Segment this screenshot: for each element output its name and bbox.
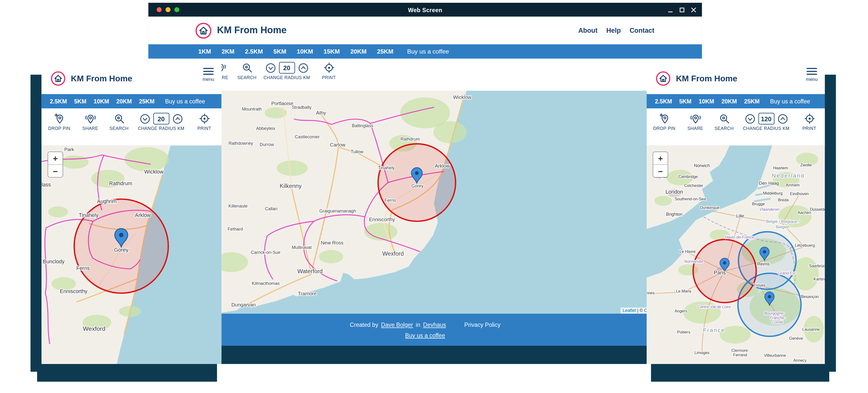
radius-input[interactable] [153, 113, 169, 125]
svg-text:Ferrand: Ferrand [733, 353, 747, 357]
distance-link[interactable]: 2KM [222, 48, 235, 55]
zoom-in-button[interactable]: + [48, 152, 63, 165]
map-left-svg: ParkWicklowRathdrumBaltinglassAughrimTin… [41, 145, 221, 364]
share-button[interactable]: SHARE [683, 113, 708, 131]
distance-link[interactable]: 25KM [377, 48, 393, 55]
share-button[interactable]: SHARE [78, 113, 102, 131]
distance-link[interactable]: 10KM [699, 98, 714, 105]
close-icon[interactable] [691, 7, 696, 12]
minimize-icon[interactable] [668, 7, 673, 12]
svg-text:Paris: Paris [714, 270, 725, 275]
distance-link[interactable]: 5KM [274, 48, 286, 55]
distance-link[interactable]: 1KM [198, 48, 211, 55]
radius-input[interactable] [758, 113, 774, 125]
nav-help[interactable]: Help [607, 27, 621, 34]
distance-link[interactable]: 10KM [94, 98, 109, 105]
menu-button[interactable]: menu [203, 67, 214, 82]
svg-text:Zwolle: Zwolle [800, 163, 812, 167]
distance-link[interactable]: 25KM [744, 98, 760, 105]
svg-text:Enniscorthy: Enniscorthy [369, 217, 395, 222]
svg-text:Troyes: Troyes [754, 283, 766, 287]
print-icon [198, 113, 210, 125]
radius-decrease-icon[interactable] [744, 113, 755, 124]
hamburger-icon [203, 67, 213, 75]
svg-text:Rathdrum: Rathdrum [401, 137, 420, 141]
distance-link[interactable]: 5KM [74, 98, 86, 105]
svg-text:Franche-: Franche- [770, 316, 785, 320]
distance-link[interactable]: 20KM [116, 98, 132, 105]
distance-link[interactable]: 10KM [297, 48, 313, 55]
distance-link[interactable]: 20KM [350, 48, 367, 55]
map-toolbar: DROP PIN SHARE SEARCH CHANGE RADIUS KM [148, 59, 702, 91]
buy-coffee-link[interactable]: Buy us a coffee [165, 98, 205, 105]
zoom-out-button[interactable]: − [48, 165, 63, 177]
home-logo-icon[interactable] [655, 70, 671, 86]
print-button[interactable]: PRINT [317, 62, 341, 80]
buy-coffee-link[interactable]: Buy us a coffee [770, 98, 810, 105]
maximize-traffic-light[interactable] [175, 7, 179, 12]
map-canvas-right[interactable]: boroughNorwichCambridgeKeynesColchesterL… [647, 145, 825, 364]
brand-title: KM From Home [71, 74, 132, 83]
buy-coffee-link[interactable]: Buy us a coffee [407, 48, 449, 55]
radius-decrease-icon[interactable] [139, 113, 150, 124]
search-button[interactable]: SEARCH [711, 113, 737, 131]
zoom-out-button[interactable]: − [653, 165, 668, 177]
footer-coffee-link[interactable]: Buy us a coffee [405, 331, 445, 338]
print-button[interactable]: PRINT [192, 113, 216, 131]
distance-link[interactable]: 20KM [721, 98, 737, 105]
print-button[interactable]: PRINT [797, 113, 822, 131]
print-icon [323, 62, 335, 74]
svg-text:Athy: Athy [316, 110, 326, 116]
zoom-control: + − [48, 152, 63, 177]
distance-link[interactable]: 2.5KM [245, 48, 263, 55]
svg-text:Castlecomer: Castlecomer [295, 134, 320, 139]
distance-link[interactable]: 15KM [323, 48, 340, 55]
drop-pin-icon [658, 113, 670, 125]
privacy-policy-link[interactable]: Privacy Policy [464, 321, 500, 328]
map-canvas-main[interactable]: PortlaoiseMountrathStradballyAthyAbbeyle… [148, 91, 702, 314]
radius-increase-icon[interactable] [777, 113, 788, 124]
studio-link[interactable]: Devhaus [423, 321, 446, 328]
app-header: KM From Home menu [41, 63, 221, 94]
svg-text:Haarlem: Haarlem [773, 166, 788, 170]
author-link[interactable]: Dave Bolger [381, 321, 413, 328]
svg-text:Durrow: Durrow [260, 142, 274, 147]
mobile-window-right: KM From Home menu 2.5KM 5KM 10KM 20KM 25… [647, 63, 825, 360]
distance-link[interactable]: 2.5KM [655, 98, 672, 105]
drop-pin-button[interactable]: DROP PIN [46, 113, 72, 131]
svg-text:Rennes: Rennes [647, 291, 655, 295]
drop-pin-button[interactable]: DROP PIN [651, 113, 678, 131]
distance-link[interactable]: 25KM [139, 98, 155, 105]
map-canvas-left[interactable]: ParkWicklowRathdrumBaltinglassAughrimTin… [41, 145, 221, 364]
distance-link[interactable]: 2.5KM [50, 98, 67, 105]
radius-increase-icon[interactable] [298, 62, 309, 73]
search-button[interactable]: SEARCH [106, 113, 132, 131]
menu-button[interactable]: menu [806, 67, 818, 82]
svg-text:Normandie: Normandie [684, 259, 703, 264]
radius-input[interactable] [279, 62, 295, 74]
footer: Created by Dave Bolger in Devhaus Privac… [148, 314, 702, 346]
search-icon [241, 62, 253, 74]
svg-text:Reims: Reims [757, 262, 770, 266]
minimize-traffic-light[interactable] [165, 7, 170, 12]
svg-text:Wicklow: Wicklow [144, 169, 163, 175]
radius-decrease-icon[interactable] [265, 62, 276, 73]
window-title: Web Screen [408, 6, 442, 13]
change-radius-control: CHANGE RADIUS KM [740, 113, 793, 131]
nav-contact[interactable]: Contact [629, 27, 654, 34]
leaflet-link[interactable]: Leaflet [623, 308, 636, 313]
radius-increase-icon[interactable] [172, 113, 183, 124]
svg-text:Callan: Callan [265, 206, 278, 211]
distance-link[interactable]: 5KM [679, 98, 691, 105]
close-traffic-light[interactable] [157, 7, 161, 12]
change-radius-control: CHANGE RADIUS KM [134, 113, 188, 131]
svg-text:Nederland: Nederland [772, 172, 805, 179]
maximize-icon[interactable] [679, 7, 685, 12]
svg-text:Stradbally: Stradbally [292, 105, 311, 110]
nav-about[interactable]: About [579, 27, 597, 34]
home-logo-icon[interactable] [195, 22, 212, 39]
app-header: KM From Home menu [647, 63, 825, 94]
zoom-in-button[interactable]: + [653, 152, 668, 165]
search-button[interactable]: SEARCH [234, 62, 260, 80]
home-logo-icon[interactable] [50, 70, 66, 86]
